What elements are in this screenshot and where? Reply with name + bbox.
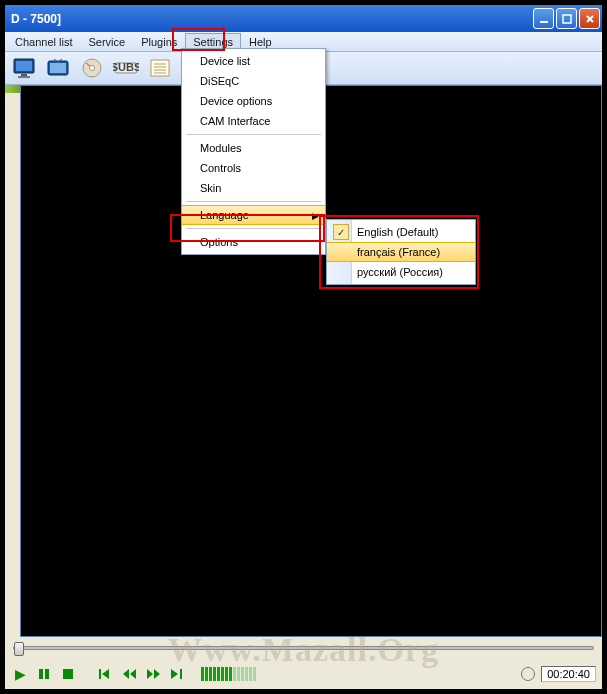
- svg-text:SUBS: SUBS: [113, 61, 139, 73]
- close-button[interactable]: [579, 8, 600, 29]
- clock-icon: [521, 667, 535, 681]
- seek-bar-row: [5, 637, 602, 659]
- window-controls: [533, 8, 600, 29]
- dropdown-options[interactable]: Options: [182, 232, 325, 252]
- menu-channel-list[interactable]: Channel list: [7, 33, 80, 51]
- dropdown-separator: [186, 134, 321, 135]
- vu-meter: [201, 665, 515, 683]
- svg-point-13: [90, 66, 95, 71]
- pause-button[interactable]: [35, 665, 53, 683]
- svg-rect-16: [151, 60, 169, 76]
- dropdown-language-label: Language: [200, 209, 249, 221]
- submenu-arrow-icon: ▶: [312, 211, 319, 221]
- svg-rect-0: [540, 21, 548, 23]
- dropdown-skin[interactable]: Skin: [182, 178, 325, 198]
- menu-service[interactable]: Service: [80, 33, 133, 51]
- dropdown-language[interactable]: Language▶: [182, 205, 325, 225]
- dropdown-separator: [186, 201, 321, 202]
- language-francais[interactable]: français (France): [327, 242, 475, 262]
- toolbar-subs-icon[interactable]: SUBS: [111, 54, 141, 82]
- rewind-button[interactable]: [121, 665, 139, 683]
- menu-plugins[interactable]: Plugins: [133, 33, 185, 51]
- language-english[interactable]: ✓ English (Default): [327, 222, 475, 242]
- svg-rect-7: [18, 76, 30, 78]
- stop-button[interactable]: [59, 665, 77, 683]
- toolbar-list-icon[interactable]: [145, 54, 175, 82]
- window-title: D - 7500]: [11, 12, 61, 26]
- svg-rect-5: [16, 61, 32, 71]
- playback-controls: ▶ 00:20:40: [5, 659, 602, 689]
- svg-rect-1: [563, 15, 571, 23]
- svg-marker-29: [154, 669, 160, 679]
- seek-bar[interactable]: [13, 646, 594, 650]
- left-rail: [5, 85, 20, 637]
- svg-marker-28: [147, 669, 153, 679]
- prev-track-button[interactable]: [97, 665, 115, 683]
- svg-marker-26: [123, 669, 129, 679]
- check-icon: ✓: [333, 224, 349, 240]
- svg-rect-6: [21, 74, 27, 76]
- dropdown-modules[interactable]: Modules: [182, 138, 325, 158]
- svg-rect-21: [39, 669, 43, 679]
- time-display: 00:20:40: [541, 666, 596, 682]
- minimize-button[interactable]: [533, 8, 554, 29]
- language-francais-label: français (France): [357, 246, 440, 258]
- next-track-button[interactable]: [169, 665, 187, 683]
- svg-marker-30: [171, 669, 178, 679]
- toolbar-monitor-icon[interactable]: [9, 54, 39, 82]
- maximize-button[interactable]: [556, 8, 577, 29]
- svg-marker-27: [130, 669, 136, 679]
- language-submenu: ✓ English (Default) français (France) ру…: [326, 219, 476, 285]
- toolbar-disc-icon[interactable]: [77, 54, 107, 82]
- svg-rect-23: [63, 669, 73, 679]
- language-english-label: English (Default): [357, 226, 438, 238]
- dropdown-cam-interface[interactable]: CAM Interface: [182, 111, 325, 131]
- language-russian[interactable]: русский (Россия): [327, 262, 475, 282]
- toolbar-tv-icon[interactable]: [43, 54, 73, 82]
- dropdown-controls[interactable]: Controls: [182, 158, 325, 178]
- svg-rect-24: [99, 669, 101, 679]
- play-button[interactable]: ▶: [11, 665, 29, 683]
- dropdown-device-list[interactable]: Device list: [182, 51, 325, 71]
- svg-marker-25: [102, 669, 109, 679]
- svg-rect-31: [180, 669, 182, 679]
- seek-thumb[interactable]: [14, 642, 24, 656]
- left-rail-indicator: [5, 85, 20, 93]
- dropdown-device-options[interactable]: Device options: [182, 91, 325, 111]
- titlebar: D - 7500]: [5, 5, 602, 32]
- dropdown-diseqc[interactable]: DiSEqC: [182, 71, 325, 91]
- dropdown-separator: [186, 228, 321, 229]
- time-value: 00:20:40: [547, 668, 590, 680]
- svg-rect-9: [50, 63, 66, 73]
- forward-button[interactable]: [145, 665, 163, 683]
- svg-rect-22: [45, 669, 49, 679]
- language-russian-label: русский (Россия): [357, 266, 443, 278]
- settings-dropdown: Device list DiSEqC Device options CAM In…: [181, 48, 326, 255]
